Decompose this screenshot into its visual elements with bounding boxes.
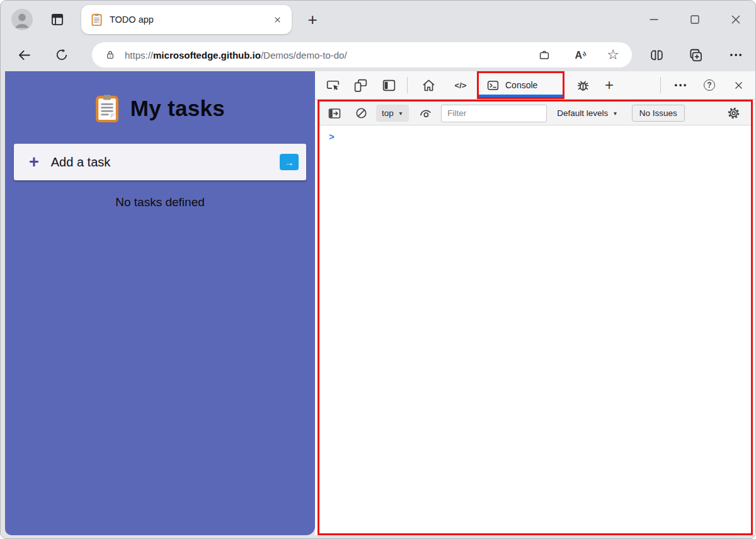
javascript-context-selector[interactable]: top ▼ <box>376 105 409 122</box>
add-task-label: Add a task <box>51 155 111 170</box>
console-toolbar: top ▼ Default levels ▼ No Issues <box>319 101 751 125</box>
home-icon[interactable] <box>419 76 438 95</box>
help-icon[interactable]: ? <box>700 76 719 95</box>
console-icon <box>486 79 500 92</box>
clipboard-icon <box>95 94 119 122</box>
app-available-icon[interactable] <box>535 45 554 64</box>
console-prompt-chevron: > <box>329 131 335 142</box>
close-window-button[interactable] <box>726 10 745 29</box>
back-button[interactable] <box>13 44 35 66</box>
console-panel-highlight: top ▼ Default levels ▼ No Issues <box>318 100 753 535</box>
devtools-panel: </> Console <box>315 71 755 535</box>
console-tab-label: Console <box>505 80 537 90</box>
url-text: https://microsoftedge.github.io/Demos/de… <box>125 50 347 61</box>
lock-icon[interactable] <box>104 49 117 61</box>
add-task-input[interactable]: + Add a task → <box>14 144 306 180</box>
url-scheme: https:// <box>125 50 153 61</box>
issues-badge[interactable]: No Issues <box>632 105 685 122</box>
app-header: My tasks <box>95 94 225 122</box>
page-title: My tasks <box>130 96 225 121</box>
favorites-star-icon[interactable]: ☆ <box>607 48 619 62</box>
person-icon <box>11 9 33 30</box>
tab-console[interactable]: Console <box>479 73 563 97</box>
browser-window: TODO app + <box>0 0 756 539</box>
settings-more-icon[interactable]: ••• <box>725 44 747 66</box>
elements-panel-icon[interactable]: </> <box>450 81 471 90</box>
plus-icon: + <box>307 10 317 30</box>
close-devtools-icon[interactable] <box>729 76 748 95</box>
inspect-element-icon[interactable] <box>323 76 342 95</box>
refresh-button[interactable] <box>51 44 72 66</box>
navigation-toolbar: https://microsoftedge.github.io/Demos/de… <box>1 38 755 71</box>
console-tab-highlight: Console <box>477 71 564 99</box>
split-screen-icon[interactable] <box>646 44 667 66</box>
url-host: microsoftedge.github.io <box>153 50 261 61</box>
live-expression-eye-icon[interactable] <box>416 105 434 122</box>
active-tab-underline <box>479 95 563 97</box>
bug-debugger-icon[interactable] <box>573 76 592 95</box>
read-aloud-icon[interactable]: A <box>571 45 590 64</box>
tab-title: TODO app <box>110 14 154 25</box>
console-sidebar-icon[interactable] <box>326 105 343 122</box>
plus-icon: + <box>29 154 39 171</box>
add-task-submit-button[interactable]: → <box>280 154 299 170</box>
window-controls <box>644 10 745 29</box>
svg-text:A: A <box>575 50 583 61</box>
toolbar-divider <box>660 77 661 93</box>
clipboard-favicon <box>91 13 102 26</box>
tab-actions-icon[interactable] <box>48 10 67 29</box>
maximize-button[interactable] <box>685 10 704 29</box>
todo-app-panel: My tasks + Add a task → No tasks defined <box>5 71 315 535</box>
clear-console-icon[interactable] <box>352 105 370 122</box>
chevron-down-icon: ▼ <box>398 110 403 117</box>
address-bar[interactable]: https://microsoftedge.github.io/Demos/de… <box>92 42 632 67</box>
console-output[interactable]: > <box>319 125 751 533</box>
device-emulation-icon[interactable] <box>351 76 370 95</box>
log-levels-dropdown[interactable]: Default levels ▼ <box>557 108 617 118</box>
chevron-down-icon: ▼ <box>612 110 617 117</box>
content-area: My tasks + Add a task → No tasks defined <box>1 71 755 538</box>
new-tab-button[interactable]: + <box>303 10 322 29</box>
console-settings-gear-icon[interactable] <box>724 105 742 122</box>
url-path: /Demos/demo-to-do/ <box>261 50 347 61</box>
profile-avatar[interactable] <box>11 9 33 30</box>
toolbar-divider <box>407 77 408 93</box>
arrow-right-icon: → <box>285 157 294 168</box>
devtools-tab-bar: </> Console <box>315 71 755 100</box>
collections-icon[interactable] <box>685 44 706 66</box>
add-panel-button[interactable]: + <box>600 76 619 95</box>
tab-strip: TODO app + <box>1 1 755 38</box>
devtools-more-icon[interactable]: ••• <box>671 76 690 95</box>
filter-input[interactable] <box>441 105 547 122</box>
browser-tab[interactable]: TODO app <box>81 5 292 34</box>
empty-state-text: No tasks defined <box>115 195 205 209</box>
tab-close-icon[interactable] <box>269 11 285 28</box>
activity-bar-dock-icon[interactable] <box>379 76 398 95</box>
minimize-button[interactable] <box>644 10 663 29</box>
